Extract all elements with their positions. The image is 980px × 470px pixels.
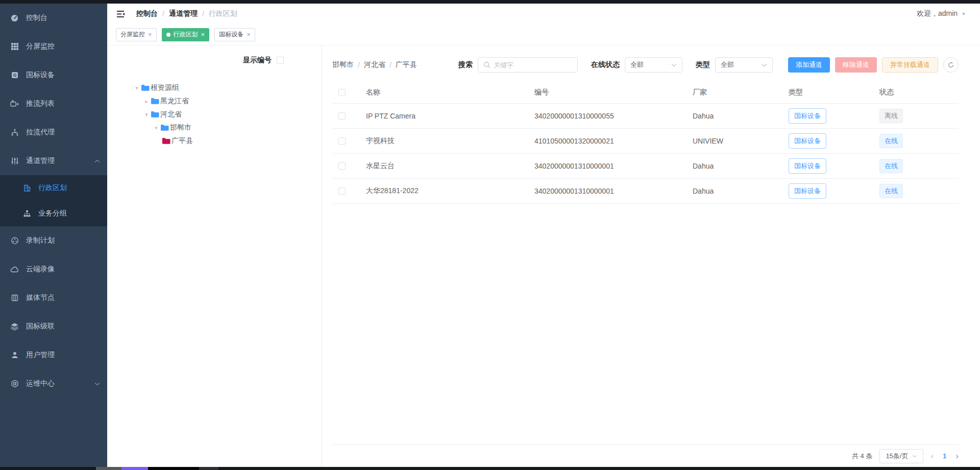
sidebar-item-label: 录制计划 xyxy=(26,236,55,245)
user-menu[interactable]: 欢迎，admin ▼ xyxy=(917,9,966,18)
sidebar-item-console[interactable]: 控制台 xyxy=(0,4,107,32)
remove-channel-button[interactable]: 移除通道 xyxy=(835,57,877,73)
channel-type-tag[interactable]: 国标设备 xyxy=(789,183,826,199)
status-badge: 离线 xyxy=(879,109,903,123)
sidebar-item-label: 云端录像 xyxy=(26,265,55,274)
refresh-button[interactable] xyxy=(943,57,959,73)
tab-admin-division[interactable]: 行政区划 × xyxy=(162,28,210,41)
close-icon[interactable]: × xyxy=(247,31,251,38)
table-row[interactable]: IP PTZ Camera 34020000001310000055 Dahua… xyxy=(332,104,959,129)
caret-down-icon[interactable]: ▾ xyxy=(133,85,141,91)
region-tree-panel: 显示编号 ▾ 根资源组 ▸ 黑龙江省 ▾ 河北省 ▾ xyxy=(107,45,322,467)
channel-list-panel: 邯郸市 / 河北省 / 广平县 搜索 在线状态 全部 xyxy=(323,45,980,467)
type-select[interactable]: 全部 xyxy=(715,57,773,73)
sidebar-item-label: 控制台 xyxy=(26,13,47,22)
caret-right-icon[interactable]: ▸ xyxy=(142,98,151,105)
chevron-down-icon xyxy=(671,63,677,67)
row-checkbox[interactable] xyxy=(338,162,346,170)
current-page[interactable]: 1 xyxy=(941,452,948,460)
tree-node-guangping-selected[interactable]: 广平县 xyxy=(107,134,322,148)
next-page-button[interactable]: › xyxy=(955,451,959,461)
location-crumb-current: 广平县 xyxy=(396,60,417,69)
type-filter-group: 类型 全部 xyxy=(696,57,773,73)
chevron-up-icon xyxy=(94,159,100,163)
sidebar-item-ops-center[interactable]: 运维中心 xyxy=(0,369,107,398)
search-icon xyxy=(483,61,491,68)
grid-icon xyxy=(10,42,19,51)
svg-text:G: G xyxy=(13,73,16,78)
show-number-checkbox[interactable] xyxy=(277,57,284,64)
business-group-icon xyxy=(22,209,31,218)
sidebar-item-admin-division[interactable]: 行政区划 xyxy=(0,175,107,201)
pagination-bar: 共 4 条 15条/页 ‹ 1 › xyxy=(332,444,959,467)
channel-name: 宇视科技 xyxy=(366,136,534,146)
user-manage-icon xyxy=(10,351,19,360)
sidebar-item-gb-device[interactable]: G 国标设备 xyxy=(0,61,107,89)
caret-down-icon[interactable]: ▾ xyxy=(142,111,151,118)
page-size-value: 15条/页 xyxy=(886,452,908,461)
select-all-checkbox[interactable] xyxy=(338,89,346,96)
channel-manage-submenu: 行政区划 业务分组 xyxy=(0,175,107,226)
close-icon[interactable]: × xyxy=(148,31,152,38)
collapse-sidebar-icon[interactable] xyxy=(116,10,125,18)
online-status-filter-group: 在线状态 全部 xyxy=(591,57,682,73)
sidebar-item-user-manage[interactable]: 用户管理 xyxy=(0,341,107,369)
table-row[interactable]: 宇视科技 41010500001320000021 UNIVIEW 国标设备 在… xyxy=(332,129,959,154)
row-checkbox[interactable] xyxy=(338,112,346,120)
close-icon[interactable]: × xyxy=(201,31,205,38)
tree-node-label: 广平县 xyxy=(172,136,193,146)
sidebar-item-record-plan[interactable]: 录制计划 xyxy=(0,226,107,255)
sidebar-item-cloud-record[interactable]: 云端录像 xyxy=(0,255,107,284)
sidebar-item-label: 媒体节点 xyxy=(26,293,55,302)
folder-icon xyxy=(151,98,159,105)
folder-icon xyxy=(160,124,169,131)
tab-split-screen[interactable]: 分屏监控 × xyxy=(116,28,157,41)
row-checkbox[interactable] xyxy=(338,187,346,195)
record-plan-icon xyxy=(10,237,19,245)
channel-type-tag[interactable]: 国标设备 xyxy=(789,158,826,174)
welcome-text: 欢迎，admin xyxy=(917,9,958,18)
status-badge: 在线 xyxy=(879,184,903,198)
tab-gb-device[interactable]: 国标设备 × xyxy=(214,28,255,41)
table-row[interactable]: 水星云台 34020000001310000001 Dahua 国标设备 在线 xyxy=(332,154,959,179)
online-status-label: 在线状态 xyxy=(591,60,620,69)
channel-type-tag[interactable]: 国标设备 xyxy=(789,133,826,149)
online-status-select[interactable]: 全部 xyxy=(625,57,682,73)
prev-page-button[interactable]: ‹ xyxy=(930,451,934,461)
sidebar-item-media-node[interactable]: 媒体节点 xyxy=(0,284,107,312)
tree-node-root[interactable]: ▾ 根资源组 xyxy=(107,81,322,95)
sidebar-item-push-stream[interactable]: 推流列表 xyxy=(0,89,107,118)
sidebar-item-pull-proxy[interactable]: 拉流代理 xyxy=(0,118,107,147)
table-row[interactable]: 大华28181-2022 34020000001310000001 Dahua … xyxy=(332,179,959,204)
gb-device-icon: G xyxy=(10,71,19,80)
chevron-down-icon xyxy=(94,382,100,386)
sidebar-item-business-group[interactable]: 业务分组 xyxy=(0,201,107,226)
status-badge: 在线 xyxy=(879,159,903,173)
location-crumb[interactable]: 河北省 xyxy=(364,60,385,69)
breadcrumb-separator: / xyxy=(162,10,164,18)
page-size-select[interactable]: 15条/页 xyxy=(879,449,923,463)
sidebar-item-gb-cascade[interactable]: 国标级联 xyxy=(0,312,107,341)
tree-node-hebei[interactable]: ▾ 河北省 xyxy=(107,108,322,121)
location-crumb[interactable]: 邯郸市 xyxy=(332,60,354,69)
caret-down-icon[interactable]: ▾ xyxy=(152,125,160,131)
tree-node-heilongjiang[interactable]: ▸ 黑龙江省 xyxy=(107,95,322,108)
chevron-down-icon xyxy=(762,63,767,67)
channel-code: 34020000001310000001 xyxy=(534,162,693,170)
show-number-label: 显示编号 xyxy=(243,56,272,65)
search-label: 搜索 xyxy=(458,60,473,69)
abnormal-mount-channel-button[interactable]: 异常挂载通道 xyxy=(882,57,938,73)
top-header: 控制台 / 通道管理 / 行政区划 欢迎，admin ▼ xyxy=(107,4,980,24)
row-checkbox[interactable] xyxy=(338,137,346,145)
channel-type-tag[interactable]: 国标设备 xyxy=(789,108,826,124)
breadcrumb-item[interactable]: 通道管理 xyxy=(169,9,198,18)
cloud-record-icon xyxy=(10,265,19,274)
breadcrumb-item[interactable]: 控制台 xyxy=(136,9,158,18)
add-channel-button[interactable]: 添加通道 xyxy=(788,57,830,73)
sidebar-item-channel-manage[interactable]: 通道管理 xyxy=(0,147,107,175)
sidebar-item-split-screen[interactable]: 分屏监控 xyxy=(0,32,107,61)
search-input[interactable] xyxy=(494,61,572,69)
dashboard-icon xyxy=(10,14,19,22)
tree-node-handan[interactable]: ▾ 邯郸市 xyxy=(107,121,322,134)
breadcrumb: 控制台 / 通道管理 / 行政区划 xyxy=(136,9,237,18)
